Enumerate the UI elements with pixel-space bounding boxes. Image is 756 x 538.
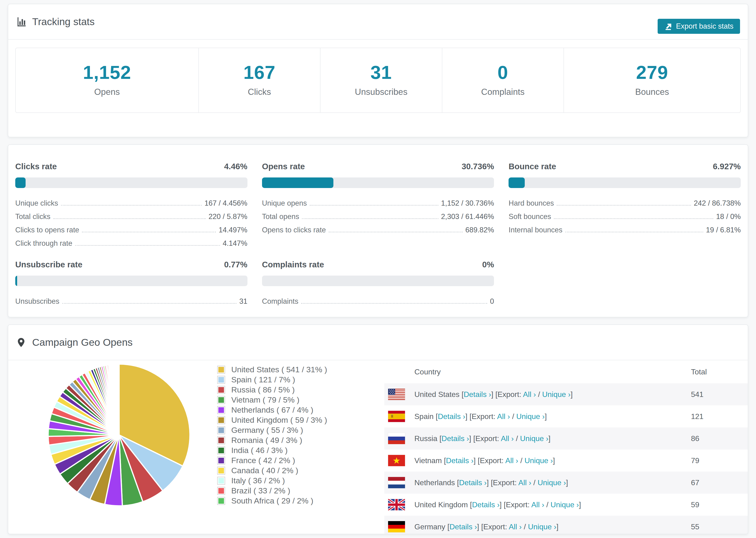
legend-item-canada[interactable]: Canada ( 40 / 2% ) <box>217 465 327 476</box>
united-states-export-unique-link[interactable]: Unique › <box>542 390 570 399</box>
legend-swatch-color <box>218 417 224 423</box>
rate-title: Opens rate <box>262 162 305 171</box>
rate-head-unsubscribe-rate: Unsubscribe rate0.77% <box>15 260 247 269</box>
legend-label: Vietnam ( 79 / 5% ) <box>231 395 299 404</box>
united-states-export-all-link[interactable]: All › <box>523 390 536 399</box>
rate-row-complaints: Complaints0 <box>262 292 494 306</box>
link-close-bracket: ] <box>557 522 559 531</box>
rate-value: 30.736% <box>461 162 494 171</box>
rate-row-value: 0 <box>490 297 494 306</box>
russia-details-link[interactable]: Details › <box>442 434 469 443</box>
germany-export-unique-link[interactable]: Unique › <box>528 522 557 531</box>
stat-unsubscribes: 31Unsubscribes <box>320 48 442 112</box>
spain-details-link[interactable]: Details › <box>438 412 465 421</box>
netherlands-details-link[interactable]: Details › <box>459 478 486 487</box>
geo-total-germany: 55 <box>691 522 748 531</box>
vietnam-flag-icon <box>388 455 411 466</box>
legend-label: Germany ( 55 / 3% ) <box>231 426 303 435</box>
legend-item-spain[interactable]: Spain ( 121 / 7% ) <box>217 375 327 385</box>
legend-swatch-color <box>218 498 224 504</box>
legend-item-russia[interactable]: Russia ( 86 / 5% ) <box>217 385 327 395</box>
geo-pie-chart <box>46 362 192 508</box>
map-pin-icon <box>16 337 27 348</box>
legend-item-united-kingdom[interactable]: United Kingdom ( 59 / 3% ) <box>217 415 327 425</box>
geo-total-vietnam: 79 <box>691 456 748 465</box>
legend-swatch <box>217 366 225 374</box>
legend-label: Brazil ( 33 / 2% ) <box>231 486 290 495</box>
netherlands-export-all-link[interactable]: All › <box>518 478 531 487</box>
germany-export-all-link[interactable]: All › <box>509 522 522 531</box>
export-basic-stats-button[interactable]: Export basic stats <box>658 19 740 34</box>
legend-item-romania[interactable]: Romania ( 49 / 3% ) <box>217 435 327 445</box>
legend-item-germany[interactable]: Germany ( 55 / 3% ) <box>217 425 327 435</box>
legend-item-brazil[interactable]: Brazil ( 33 / 2% ) <box>217 486 327 496</box>
legend-item-vietnam[interactable]: Vietnam ( 79 / 5% ) <box>217 395 327 405</box>
geo-row-spain: Spain [Details ›] [Export: All › / Uniqu… <box>384 405 748 427</box>
geo-row-russia: Russia [Details ›] [Export: All › / Uniq… <box>384 427 748 450</box>
rate-row-value: 18 / 0% <box>716 212 741 221</box>
legend-item-france[interactable]: France ( 42 / 2% ) <box>217 456 327 465</box>
russia-export-all-link[interactable]: All › <box>501 434 514 443</box>
campaign-geo-opens-card: Campaign Geo Opens United States ( 541 /… <box>8 324 748 534</box>
stat-label-unsubscribes: Unsubscribes <box>355 87 407 97</box>
legend-label: Netherlands ( 67 / 4% ) <box>231 405 313 414</box>
link-close-bracket: ] <box>570 390 573 399</box>
legend-item-italy[interactable]: Italy ( 36 / 2% ) <box>217 476 327 486</box>
country-name: Netherlands [ <box>414 478 459 487</box>
tracking-stats-card: Tracking stats Export basic stats 1,152O… <box>8 4 748 137</box>
geo-country-cell-spain: Spain [Details ›] [Export: All › / Uniqu… <box>414 412 687 421</box>
rate-row-value: 689.82% <box>465 226 494 234</box>
link-separator: ] [Export: <box>473 456 505 465</box>
rate-row-clicks-to-opens-rate: Clicks to opens rate14.497% <box>15 221 247 234</box>
vietnam-details-link[interactable]: Details › <box>446 456 473 465</box>
legend-item-united-states[interactable]: United States ( 541 / 31% ) <box>217 364 327 375</box>
legend-swatch-color <box>218 438 224 443</box>
link-close-bracket: ] <box>545 412 547 421</box>
dotted-leader <box>301 303 487 304</box>
netherlands-export-unique-link[interactable]: Unique › <box>538 478 566 487</box>
stats-summary-row: 1,152Opens167Clicks31Unsubscribes0Compla… <box>15 48 741 113</box>
legend-label: United Kingdom ( 59 / 3% ) <box>231 415 327 425</box>
stat-value-clicks: 167 <box>243 62 275 83</box>
link-close-bracket: ] <box>553 456 555 465</box>
stat-label-clicks: Clicks <box>248 87 271 97</box>
legend-item-india[interactable]: India ( 46 / 3% ) <box>217 445 327 456</box>
geo-row-vietnam: Vietnam [Details ›] [Export: All › / Uni… <box>384 450 748 471</box>
geo-total-spain: 121 <box>691 412 748 421</box>
vietnam-export-all-link[interactable]: All › <box>505 456 518 465</box>
united-kingdom-details-link[interactable]: Details › <box>472 501 499 509</box>
link-separator: ] [Export: <box>491 390 523 399</box>
united-kingdom-export-unique-link[interactable]: Unique › <box>551 501 579 509</box>
stat-label-complaints: Complaints <box>481 87 524 97</box>
link-separator: ] [Export: <box>477 522 509 531</box>
legend-item-netherlands[interactable]: Netherlands ( 67 / 4% ) <box>217 405 327 415</box>
spain-flag-icon <box>388 411 411 422</box>
rates-row-1: Clicks rate4.46%Unique clicks167 / 4.456… <box>15 162 741 248</box>
rate-row-unique-opens: Unique opens1,152 / 30.736% <box>262 194 494 207</box>
spain-export-all-link[interactable]: All › <box>497 412 510 421</box>
united-kingdom-export-all-link[interactable]: All › <box>531 501 544 509</box>
vietnam-export-unique-link[interactable]: Unique › <box>524 456 553 465</box>
country-name: Spain [ <box>414 412 438 421</box>
rate-progress-track <box>15 178 247 188</box>
germany-details-link[interactable]: Details › <box>449 522 477 531</box>
legend-swatch <box>217 406 225 414</box>
rate-rows: Complaints0 <box>262 292 494 306</box>
russia-flag-icon <box>388 433 411 444</box>
russia-export-unique-link[interactable]: Unique › <box>520 434 549 443</box>
page-title: Tracking stats <box>32 16 95 27</box>
legend-item-south-africa[interactable]: South Africa ( 29 / 2% ) <box>217 496 327 506</box>
legend-label: Russia ( 86 / 5% ) <box>231 385 295 394</box>
stat-complaints: 0Complaints <box>442 48 564 112</box>
rate-row-value: 19 / 6.81% <box>706 226 741 234</box>
rate-value: 0.77% <box>224 260 247 269</box>
spain-export-unique-link[interactable]: Unique › <box>516 412 545 421</box>
geo-country-cell-germany: Germany [Details ›] [Export: All › / Uni… <box>414 522 687 531</box>
legend-swatch-color <box>218 387 224 393</box>
rate-head-opens-rate: Opens rate30.736% <box>262 162 494 171</box>
geo-country-cell-netherlands: Netherlands [Details ›] [Export: All › /… <box>414 478 687 487</box>
rate-rows: Unique opens1,152 / 30.736%Total opens2,… <box>262 194 494 234</box>
united-states-details-link[interactable]: Details › <box>464 390 491 399</box>
stat-value-opens: 1,152 <box>83 62 131 83</box>
dotted-leader <box>82 232 216 232</box>
